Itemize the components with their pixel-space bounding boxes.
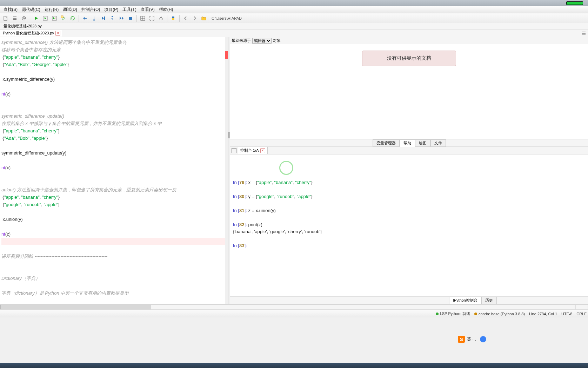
menu-item[interactable]: 运行(R) [42,7,61,13]
mid-tabs: 变量管理器帮助绘图文件 [230,139,588,147]
mid-tab[interactable]: 文件 [430,139,446,147]
help-source-label: 帮助来源于 [232,38,251,43]
menu-item[interactable]: 查看(V) [139,7,157,13]
taskbar [0,363,588,368]
step-into-icon[interactable] [90,14,98,22]
console-tab[interactable]: 控制台 1/A × [238,147,268,154]
menu-item[interactable]: 调试(D) [61,7,79,13]
at-icon[interactable] [20,14,28,22]
forward-icon[interactable] [191,14,199,22]
horizontal-scrollbar[interactable] [0,304,588,310]
stop-icon[interactable] [126,14,135,22]
eol-status: CRLF [576,312,587,316]
sogou-icon: S [458,336,465,343]
svg-rect-0 [4,16,7,20]
new-file-icon[interactable] [1,14,10,22]
mid-tab[interactable]: 帮助 [400,139,415,147]
folder-icon[interactable] [200,14,208,22]
mid-tab[interactable]: 绘图 [415,139,430,147]
editor-tab[interactable]: Python 量化编程基础-2023.py × [0,30,62,37]
console-tab-label: 控制台 1/A [240,148,259,153]
scrollbar-thumb[interactable] [0,305,151,309]
help-bar: 帮助来源于 编辑器 对象 [230,37,588,44]
lsp-status: LSP Python: 就绪 [436,311,470,316]
minimap[interactable] [225,37,228,304]
cursor-highlight [279,161,293,175]
list-icon[interactable] [11,14,19,22]
svg-rect-7 [104,17,105,20]
help-doc-area: 没有可供显示的文档 [230,44,588,139]
toolbar: C:\Users\HIAPAD [0,13,588,23]
file-tab[interactable]: 量化编程基础-2023.py [1,24,44,29]
menu-item[interactable]: 查找(S) [1,7,20,13]
close-icon[interactable]: × [260,148,265,153]
run-cell-icon[interactable] [41,14,49,22]
file-tabs: 量化编程基础-2023.py [0,23,588,29]
svg-point-2 [23,18,25,19]
menu-item[interactable]: 工具(T) [120,7,138,13]
step-out-icon[interactable] [108,14,116,22]
menu-item[interactable]: 控制台(O) [79,7,102,13]
settings-icon[interactable] [157,14,165,22]
smile-icon [480,336,486,342]
fullscreen-icon[interactable] [148,14,156,22]
svg-point-8 [112,16,113,17]
console-tabs: 控制台 1/A × [230,147,588,155]
continue-icon[interactable] [117,14,126,22]
close-icon[interactable]: × [55,31,60,36]
run-cell-advance-icon[interactable] [50,14,59,22]
reload-icon[interactable] [68,14,77,22]
svg-point-11 [160,17,162,19]
python-icon[interactable] [169,14,178,22]
conda-status: conda: base (Python 3.8.8) [474,312,525,316]
right-pane: 帮助来源于 编辑器 对象 没有可供显示的文档 变量管理器帮助绘图文件 控制台 1… [230,37,588,304]
run-selection-icon[interactable] [59,14,68,22]
menu-bar: 查找(S)源代码(C)运行(R)调试(D)控制台(O)项目(P)工具(T)查看(… [0,6,588,13]
menu-icon[interactable] [580,29,588,37]
editor-tab-label: Python 量化编程基础-2023.py [3,31,54,36]
help-source-select[interactable]: 编辑器 [252,38,272,44]
console-bottom-tab[interactable]: 历史 [481,297,497,304]
menu-item[interactable]: 源代码(C) [20,7,42,13]
help-object-label: 对象 [273,38,281,43]
encoding-status: UTF-8 [561,312,572,316]
working-dir: C:\Users\HIAPAD [212,16,242,20]
console-bottom-tab[interactable]: IPython控制台 [449,297,481,304]
svg-rect-5 [61,16,63,18]
svg-point-6 [93,19,95,21]
console-new-icon[interactable] [232,148,236,153]
editor-tabs: Python 量化编程基础-2023.py × [0,29,588,37]
battery-indicator [566,1,583,5]
status-bar: LSP Python: 就绪 conda: base (Python 3.8.8… [0,310,588,317]
code-editor[interactable]: symmetric_difference() 方法返回两个集合中不重复的元素集合… [0,37,225,304]
step-over-icon[interactable] [81,14,89,22]
step-run-icon[interactable] [99,14,107,22]
title-bar [0,0,588,6]
menu-item[interactable]: 帮助(H) [157,7,175,13]
ime-lang: 英 ·， [467,336,478,342]
mid-tab[interactable]: 变量管理器 [373,139,400,147]
back-icon[interactable] [181,14,190,22]
ime-indicator[interactable]: S 英 ·， [458,336,486,343]
svg-rect-9 [129,17,132,20]
splitter-handle[interactable] [228,132,230,138]
menu-item[interactable]: 项目(P) [102,7,120,13]
cursor-position: Line 2734, Col 1 [529,312,557,316]
ipython-console[interactable]: In [79]: x = {"apple", "banana", "cherry… [230,155,588,296]
svg-point-1 [22,17,26,20]
layout-icon[interactable] [139,14,147,22]
editor-pane: symmetric_difference() 方法返回两个集合中不重复的元素集合… [0,37,228,304]
console-bottom-tabs: IPython控制台历史 [230,296,588,304]
run-icon[interactable] [32,14,40,22]
no-doc-message: 没有可供显示的文档 [362,51,456,66]
